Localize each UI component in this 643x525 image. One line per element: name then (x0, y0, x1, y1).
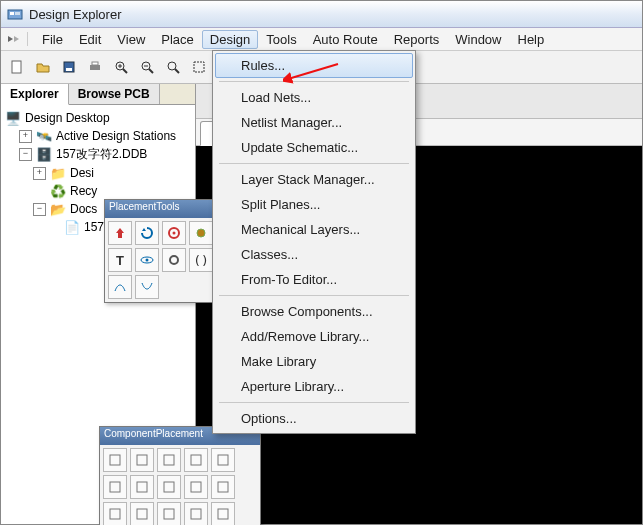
expander-icon[interactable]: + (33, 167, 46, 180)
text-icon[interactable]: T (108, 248, 132, 272)
svg-rect-36 (110, 482, 120, 492)
floatbar-title: PlacementTools (105, 200, 223, 218)
align-right-icon[interactable] (157, 448, 181, 472)
menubar: FileEditViewPlaceDesignToolsAuto RouteRe… (1, 28, 642, 51)
menu-window[interactable]: Window (447, 30, 509, 49)
menu-item-netlist-manager[interactable]: Netlist Manager... (215, 110, 413, 135)
expander-icon[interactable]: − (19, 148, 32, 161)
svg-rect-6 (90, 65, 100, 70)
orbit-icon[interactable] (135, 248, 159, 272)
flow2-icon[interactable] (135, 275, 159, 299)
menu-item-aperture-library[interactable]: Aperture Library... (215, 374, 413, 399)
component-placement-toolbar[interactable]: ComponentPlacement (99, 426, 261, 525)
svg-rect-34 (191, 455, 201, 465)
menu-help[interactable]: Help (510, 30, 553, 49)
svg-line-16 (175, 69, 179, 73)
placement-tools-toolbar[interactable]: PlacementTools T() (104, 199, 224, 303)
menu-item-make-library[interactable]: Make Library (215, 349, 413, 374)
bracket-icon[interactable]: () (189, 248, 213, 272)
align-hcenter-icon[interactable] (130, 448, 154, 472)
tree-recycle[interactable]: ♻️ Recy (31, 182, 193, 200)
select-rect-icon[interactable] (187, 55, 211, 79)
menu-item-mechanical-layers[interactable]: Mechanical Layers... (215, 217, 413, 242)
lock-anchor-icon[interactable] (184, 475, 208, 499)
align-vcenter-icon[interactable] (103, 475, 127, 499)
rotate-icon[interactable] (135, 221, 159, 245)
gear-tool-icon[interactable] (162, 248, 186, 272)
svg-rect-17 (194, 62, 204, 72)
menu-tools[interactable]: Tools (258, 30, 304, 49)
spread-icon[interactable] (103, 502, 127, 525)
svg-rect-33 (164, 455, 174, 465)
menu-item-classes[interactable]: Classes... (215, 242, 413, 267)
tree-design[interactable]: + 📁 Desi (31, 164, 193, 182)
expander-icon[interactable]: + (19, 130, 32, 143)
up-arrow-icon[interactable] (108, 221, 132, 245)
save-icon[interactable] (57, 55, 81, 79)
flip-v-icon[interactable] (211, 502, 235, 525)
menu-item-split-planes[interactable]: Split Planes... (215, 192, 413, 217)
svg-line-13 (149, 69, 153, 73)
tree-label: Active Design Stations (56, 129, 176, 143)
folder-open-icon: 📂 (50, 201, 66, 217)
flip-h-icon[interactable] (184, 502, 208, 525)
tree-label: Desi (70, 166, 94, 180)
tree-label: Docs (70, 202, 97, 216)
snap-icon[interactable] (211, 475, 235, 499)
titlebar: Design Explorer (1, 1, 642, 28)
design-menu-dropdown[interactable]: Rules...Load Nets...Netlist Manager...Up… (212, 50, 416, 434)
distribute-h-icon[interactable] (184, 448, 208, 472)
menu-place[interactable]: Place (153, 30, 202, 49)
tree-label: 157改字符2.DDB (56, 146, 147, 163)
recycle-icon: ♻️ (50, 183, 66, 199)
folder-icon: 📁 (50, 165, 66, 181)
file-icon[interactable] (5, 55, 29, 79)
svg-rect-42 (137, 509, 147, 519)
align-bottom-icon[interactable] (130, 475, 154, 499)
svg-rect-2 (15, 12, 20, 15)
svg-rect-7 (92, 62, 98, 65)
svg-rect-3 (12, 61, 21, 73)
distribute-v-icon[interactable] (157, 475, 181, 499)
menu-item-add-remove-library[interactable]: Add/Remove Library... (215, 324, 413, 349)
expander-icon[interactable]: − (33, 203, 46, 216)
group-icon[interactable] (130, 502, 154, 525)
menu-file[interactable]: File (34, 30, 71, 49)
svg-rect-37 (137, 482, 147, 492)
menu-item-load-nets[interactable]: Load Nets... (215, 85, 413, 110)
menu-item-options[interactable]: Options... (215, 406, 413, 431)
menu-design[interactable]: Design (202, 30, 258, 49)
zoom-out-icon[interactable] (135, 55, 159, 79)
svg-rect-38 (164, 482, 174, 492)
open-icon[interactable] (31, 55, 55, 79)
menu-item-layer-stack-manager[interactable]: Layer Stack Manager... (215, 167, 413, 192)
ungroup-icon[interactable] (157, 502, 181, 525)
tree-label: Design Desktop (25, 111, 110, 125)
tab-browse-pcb[interactable]: Browse PCB (69, 84, 160, 104)
pcb-file-icon: 📄 (64, 220, 80, 236)
flow-icon[interactable] (108, 275, 132, 299)
place-icon[interactable] (162, 221, 186, 245)
tree-root[interactable]: 🖥️ Design Desktop (3, 109, 193, 127)
align-top-icon[interactable] (211, 448, 235, 472)
align-left-icon[interactable] (103, 448, 127, 472)
menu-item-browse-components[interactable]: Browse Components... (215, 299, 413, 324)
window-title: Design Explorer (29, 7, 122, 22)
menu-view[interactable]: View (109, 30, 153, 49)
menu-item-from-to-editor[interactable]: From-To Editor... (215, 267, 413, 292)
svg-rect-45 (218, 509, 228, 519)
menu-item-rules[interactable]: Rules... (215, 53, 413, 78)
zoom-in-icon[interactable] (109, 55, 133, 79)
menu-item-update-schematic[interactable]: Update Schematic... (215, 135, 413, 160)
tree-ddb[interactable]: − 🗄️ 157改字符2.DDB (17, 145, 193, 164)
menu-edit[interactable]: Edit (71, 30, 109, 49)
zoom-fit-icon[interactable] (161, 55, 185, 79)
svg-rect-43 (164, 509, 174, 519)
tree-label: Recy (70, 184, 97, 198)
menu-auto-route[interactable]: Auto Route (305, 30, 386, 49)
tree-active-stations[interactable]: + 🛰️ Active Design Stations (17, 127, 193, 145)
tab-explorer[interactable]: Explorer (1, 84, 69, 105)
print-icon[interactable] (83, 55, 107, 79)
menu-reports[interactable]: Reports (386, 30, 448, 49)
via-icon[interactable] (189, 221, 213, 245)
